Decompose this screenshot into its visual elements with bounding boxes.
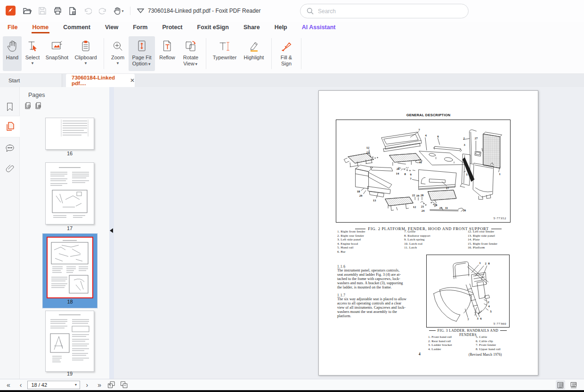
tab-start[interactable]: Start <box>0 74 62 87</box>
panel-collapse-strip[interactable] <box>109 87 114 379</box>
menu-tab-comment[interactable]: Comment <box>62 22 91 33</box>
ribbon-divider <box>104 38 104 69</box>
part-entry: 2. Right rear fender <box>337 234 365 238</box>
figure-callout-number: 3 <box>477 317 478 320</box>
dropdown-arrow-icon: ▼ <box>74 383 78 386</box>
clipboard-button[interactable]: Clipboard ▼ <box>72 36 100 71</box>
page-thumbnail-label: 16 <box>45 151 94 156</box>
comments-panel-icon[interactable] <box>4 143 16 154</box>
previous-view-button[interactable] <box>107 381 116 389</box>
dropdown-arrow-icon: ▼ <box>195 62 198 66</box>
continuous-view-button[interactable] <box>569 380 578 390</box>
window-title: 73060184-Linked pdf.pdf - Foxit PDF Read… <box>148 8 260 14</box>
redo-icon[interactable] <box>98 6 107 16</box>
menu-tab-form[interactable]: Form <box>132 22 148 33</box>
part-entry: 6. Bar <box>337 250 365 254</box>
figure-callout-number: 7 <box>467 318 469 321</box>
figure-callout-number: 9 <box>410 173 411 176</box>
figure-callout-number: 6 <box>437 135 438 138</box>
foxit-pdf-reader-window: ▾ 73060184-Linked pdf.pdf - Foxit PDF Re… <box>0 0 584 392</box>
figure-callout-number: 7 <box>418 128 420 131</box>
highlight-icon <box>248 39 260 53</box>
zoom-button[interactable]: Zoom ▼ <box>108 36 128 71</box>
menu-tab-ai-assistant[interactable]: AI Assistant <box>301 22 337 33</box>
next-view-button[interactable] <box>120 381 129 389</box>
page-number-input[interactable]: 18 / 42 ▼ <box>27 381 80 389</box>
export-page-icon[interactable] <box>68 6 77 16</box>
page-thumbnail-18-selected[interactable]: 18 <box>43 234 97 308</box>
pdf-page: GENERAL DESCRIPTION <box>318 90 538 376</box>
page-thumbnail-17[interactable] <box>45 162 94 224</box>
figure-callout-number: 13 <box>373 199 376 202</box>
page-fit-icon <box>137 39 147 53</box>
page-thumbnail-16[interactable] <box>45 118 94 150</box>
part-entry: 1. Front hand rail <box>428 335 452 339</box>
text-line: platform. <box>337 314 406 318</box>
first-page-button[interactable]: « <box>5 382 12 388</box>
figure-callout-number: 6 <box>480 317 481 320</box>
fill-and-sign-button[interactable]: Fill & Sign <box>276 36 297 71</box>
bookmarks-panel-icon[interactable] <box>4 101 16 112</box>
select-button[interactable]: Select ▼ <box>23 36 42 71</box>
hand-button[interactable]: Hand <box>3 36 22 71</box>
part-entry: 8. Upper hand rail <box>476 347 501 352</box>
menu-tab-home[interactable]: Home <box>32 22 50 33</box>
previous-page-button[interactable]: ‹ <box>18 382 24 388</box>
undo-icon[interactable] <box>83 6 92 16</box>
single-page-view-button[interactable] <box>556 380 565 390</box>
menu-tab-foxit-esign[interactable]: Foxit eSign <box>196 22 230 33</box>
collapse-panel-icon[interactable] <box>110 228 113 233</box>
view-mode-controls <box>556 380 578 390</box>
hand-tool-quick-icon[interactable]: ▾ <box>112 6 125 16</box>
part-entry: 3. Ladder bracket <box>428 343 452 347</box>
rotate-view-button[interactable]: Rotate View▼ <box>179 36 202 71</box>
last-page-button[interactable]: » <box>96 382 103 388</box>
figure-callout-number: 11 <box>419 161 422 164</box>
document-view[interactable]: GENERAL DESCRIPTION <box>114 87 584 379</box>
menu-tab-protect[interactable]: Protect <box>161 22 183 33</box>
tab-active-document[interactable]: 73060184-Linked pdf.... ✕ <box>66 74 135 87</box>
save-icon[interactable] <box>38 6 47 16</box>
highlight-button[interactable]: Highlight <box>240 36 268 71</box>
next-page-button[interactable]: › <box>84 382 90 388</box>
hand-icon <box>7 39 18 53</box>
search-box[interactable] <box>300 4 469 18</box>
print-icon[interactable] <box>53 6 62 16</box>
enlarge-thumbnails-icon[interactable] <box>35 102 43 110</box>
menu-tab-share[interactable]: Share <box>243 22 261 33</box>
reflow-button[interactable]: Reflow <box>156 36 178 71</box>
pages-panel-icon[interactable] <box>4 121 16 132</box>
title-bar: ▾ 73060184-Linked pdf.pdf - Foxit PDF Re… <box>0 0 584 22</box>
figure-callout-number: 29 <box>359 194 363 197</box>
pdf-section-heading: GENERAL DESCRIPTION <box>319 113 538 117</box>
search-input[interactable] <box>318 8 450 15</box>
close-tab-icon[interactable]: ✕ <box>130 77 135 84</box>
attachments-panel-icon[interactable] <box>4 162 16 174</box>
snapshot-button[interactable]: SnapShot <box>43 36 71 71</box>
page-thumbnail-19[interactable] <box>45 311 94 372</box>
reduce-thumbnails-icon[interactable] <box>24 102 32 110</box>
text-line: The six way adjustable seat is placed to… <box>337 297 406 301</box>
figure-callout-number: 22 <box>412 194 415 197</box>
part-entry: 13. Right side panel <box>468 234 497 238</box>
customize-toolbar-icon[interactable] <box>136 6 145 16</box>
figure-callout-number: 8 <box>488 262 489 265</box>
figure-callout-number: 12 <box>366 146 370 149</box>
open-file-icon[interactable] <box>23 6 32 16</box>
page-fit-option-button[interactable]: Page Fit Option▼ <box>129 36 155 71</box>
text-line: washers mount the seat assembly to the <box>337 310 406 314</box>
menu-tab-view[interactable]: View <box>104 22 119 33</box>
text-line: access to all operating controls and a c… <box>337 301 406 305</box>
figure-3-frame: T-77360 128245736 <box>426 255 510 328</box>
figure-callout-number: 5 <box>466 173 467 176</box>
fill-sign-icon <box>280 39 292 53</box>
part-entry: 5. Hand rail <box>337 246 365 250</box>
typewriter-button[interactable]: Typewriter <box>210 36 239 71</box>
text-line: seat assembly and ladder Fig. 3 (4) are … <box>337 272 403 277</box>
figure-2-parts-column-2: 7. Grille8. Radiator support9. Latch spr… <box>404 230 430 250</box>
ribbon-divider <box>271 38 272 69</box>
foxit-logo-icon[interactable] <box>6 6 16 16</box>
menu-tab-file[interactable]: File <box>7 22 19 33</box>
ribbon-toolbar: Hand Select ▼ SnapShot Clipboard ▼ <box>0 34 584 74</box>
menu-tab-help[interactable]: Help <box>274 22 288 33</box>
